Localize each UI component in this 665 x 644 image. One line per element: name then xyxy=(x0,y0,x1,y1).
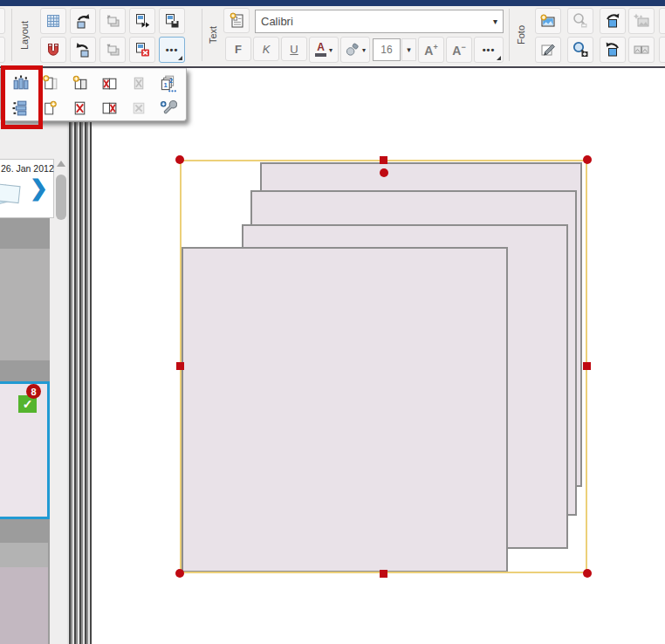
delete-right-page-icon xyxy=(100,99,119,117)
decrease-font-button[interactable]: A− xyxy=(446,37,472,63)
sort-pages-button[interactable]: 12 xyxy=(154,72,181,95)
zoom-out-photo-button[interactable] xyxy=(567,8,593,34)
undo-button[interactable] xyxy=(70,8,96,34)
selection-handle-middle-right[interactable] xyxy=(583,362,591,370)
scrollbar-up-arrow[interactable] xyxy=(57,161,65,167)
svg-text:2: 2 xyxy=(169,76,173,84)
delete-page-button[interactable] xyxy=(129,37,155,63)
delete-page-icon xyxy=(71,99,89,117)
date-label: 26. Jan 2012 xyxy=(1,163,51,174)
ellipsis-icon: ••• xyxy=(483,45,496,55)
photo-effects-button[interactable] xyxy=(628,8,655,34)
zoom-in-photo-button[interactable] xyxy=(567,37,593,63)
add-photo-icon xyxy=(538,11,558,31)
rotate-right-button[interactable] xyxy=(600,8,626,34)
main-toolbar: Layout ••• Text Calibri ▾ F K xyxy=(0,6,665,66)
rotate-left-button[interactable] xyxy=(600,37,626,63)
selection-handle-top-right[interactable] xyxy=(583,155,592,164)
rotate-right-icon xyxy=(603,11,622,31)
more-layout-tools-button[interactable]: ••• xyxy=(159,37,185,63)
add-spread-button[interactable] xyxy=(66,72,93,95)
paste-icon xyxy=(104,12,121,30)
photo-effects-icon xyxy=(632,11,651,31)
edit-photo-button[interactable] xyxy=(535,37,561,63)
chevron-down-icon: ▾ xyxy=(362,46,366,54)
delete-disabled-button xyxy=(125,96,151,120)
sort-pages-icon: 12 xyxy=(158,74,177,93)
save-page-button[interactable] xyxy=(159,8,185,34)
clipped-left-button-bottom[interactable] xyxy=(0,37,5,63)
italic-label: K xyxy=(263,43,271,56)
font-color-button[interactable]: A ▾ xyxy=(309,37,339,63)
italic-button[interactable]: K xyxy=(253,37,279,61)
font-size-value[interactable]: 16 xyxy=(373,38,401,61)
check-icon: ✓ xyxy=(23,397,33,411)
page-thumbnail[interactable] xyxy=(0,249,50,360)
expand-chevron-icon[interactable]: ❯ xyxy=(30,175,48,201)
toolbar-separator xyxy=(202,9,202,61)
copy-icon xyxy=(104,41,121,58)
clipped-right-button-top[interactable] xyxy=(659,8,665,34)
selection-handle-bottom-right[interactable] xyxy=(583,569,592,578)
bold-label: F xyxy=(235,43,242,56)
image-pair-button[interactable] xyxy=(628,37,655,63)
text-group-label: Text xyxy=(206,9,220,61)
delete-disabled-icon xyxy=(129,99,147,117)
foto-group-label: Foto xyxy=(514,9,528,61)
selection-handle-top-left[interactable] xyxy=(175,155,184,164)
chevron-down-icon: ▾ xyxy=(407,45,411,54)
ellipsis-icon: ••• xyxy=(166,45,179,55)
bold-button[interactable]: F xyxy=(225,37,251,61)
grid-icon xyxy=(45,12,62,30)
selection-handle-bottom-left[interactable] xyxy=(175,569,184,578)
magnet-snap-button[interactable] xyxy=(40,37,66,63)
delete-left-page-icon xyxy=(100,74,119,92)
add-text-button[interactable] xyxy=(223,8,250,33)
clipped-left-button-top[interactable] xyxy=(0,8,5,34)
grid-button[interactable] xyxy=(40,8,66,34)
layout-assistant-button[interactable] xyxy=(154,96,181,120)
zoom-in-icon xyxy=(571,40,590,59)
font-size-dropdown-button[interactable]: ▾ xyxy=(401,38,416,61)
font-name-value: Calibri xyxy=(261,15,293,28)
font-family-combobox[interactable]: Calibri ▾ xyxy=(255,10,504,33)
toolbar-separator xyxy=(11,9,12,61)
underline-label: U xyxy=(290,43,298,56)
underline-button[interactable]: U xyxy=(281,37,307,61)
sidebar-splitter[interactable] xyxy=(67,122,92,644)
zoom-out-icon xyxy=(571,11,590,31)
redo-button[interactable] xyxy=(70,37,96,63)
edit-pen-icon xyxy=(538,40,558,59)
page-thumbnail[interactable] xyxy=(0,543,48,567)
date-group-card[interactable]: 26. Jan 2012 ❯ xyxy=(0,159,54,218)
increase-font-button[interactable]: A+ xyxy=(418,37,444,63)
scrollbar-thumb[interactable] xyxy=(56,175,66,220)
page-thumbnail[interactable] xyxy=(0,567,48,644)
selection-handle-top-center[interactable] xyxy=(380,156,387,164)
more-text-tools-button[interactable]: ••• xyxy=(474,37,504,63)
decrease-font-label: A− xyxy=(452,43,465,58)
rotation-handle[interactable] xyxy=(380,168,388,177)
rotate-left-icon xyxy=(603,40,622,59)
photo-count-badge: 8 xyxy=(26,384,41,399)
insert-pages-button[interactable] xyxy=(129,8,155,34)
fill-color-button[interactable]: ▾ xyxy=(340,37,370,63)
delete-page-flyout-button[interactable] xyxy=(66,96,93,120)
selection-handle-bottom-center[interactable] xyxy=(380,570,387,578)
delete-page-disabled-icon xyxy=(129,74,147,92)
paste-button[interactable] xyxy=(99,8,126,34)
selection-frame xyxy=(180,160,587,573)
insert-pages-icon xyxy=(134,12,151,30)
copy-button[interactable] xyxy=(99,37,126,63)
delete-left-page-button[interactable] xyxy=(96,72,122,95)
delete-right-page-button[interactable] xyxy=(96,96,122,120)
window-title-bar xyxy=(0,0,665,6)
selection-handle-middle-left[interactable] xyxy=(176,362,184,370)
delete-page-icon xyxy=(134,41,151,58)
photo-stack-icon xyxy=(0,174,30,209)
delete-page-disabled-button xyxy=(125,72,151,95)
clipped-right-button-bottom[interactable] xyxy=(659,37,665,63)
add-photo-button[interactable] xyxy=(535,8,561,34)
increase-font-label: A+ xyxy=(424,43,437,58)
selected-page-thumbnail[interactable]: ✓ 8 xyxy=(0,381,50,519)
